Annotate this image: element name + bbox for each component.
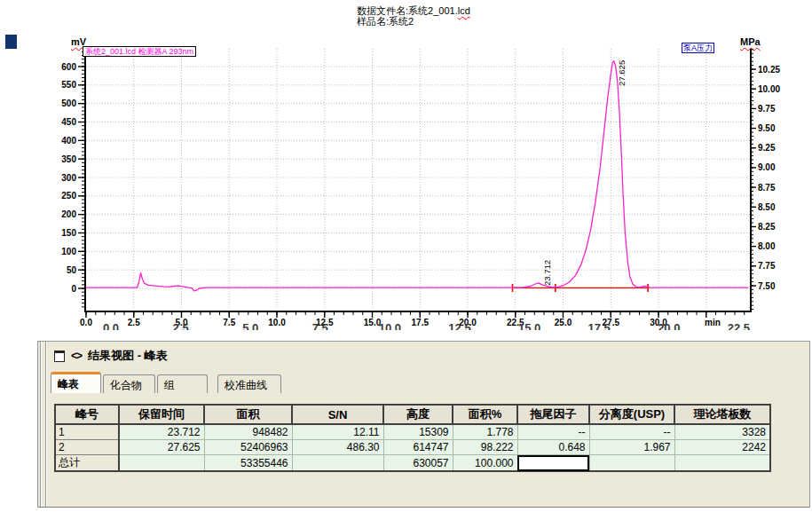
clipped-axis-label: 15.0 [518,321,540,330]
clipped-axis-label: 7.5 [312,321,328,330]
svg-text:200: 200 [61,209,76,219]
panel-splitter[interactable] [45,342,46,507]
table-cell[interactable]: 52406963 [204,440,292,455]
results-tab[interactable]: 校准曲线 [217,374,281,393]
table-cell[interactable]: 630057 [383,455,453,472]
svg-text:7.50: 7.50 [758,281,776,291]
clipped-axis-label: 2.5 [173,321,189,330]
table-cell[interactable]: 0.648 [517,440,589,455]
second-chart-axis-strip: 0.02.55.07.510.012.515.017.520.022.5 [0,321,812,330]
results-view-titlebar: <> 结果视图 - 峰表 [54,348,168,364]
svg-text:9.00: 9.00 [758,162,776,172]
table-cell[interactable] [119,455,204,472]
table-cell[interactable]: 1.967 [589,440,674,455]
column-header[interactable]: 高度 [383,405,453,424]
table-cell[interactable]: 486.30 [292,440,383,455]
table-cell[interactable]: -- [589,424,674,440]
table-cell[interactable]: 12.11 [292,424,383,440]
peak-table-container: 峰号保留时间面积S/N高度面积%拖尾因子分离度(USP)理论塔板数123.712… [54,404,771,472]
table-cell[interactable]: 948482 [204,424,292,440]
table-cell[interactable]: 98.222 [453,440,517,455]
svg-text:250: 250 [61,191,76,201]
svg-text:10.00: 10.00 [758,84,780,94]
table-cell[interactable]: 23.712 [119,424,204,440]
svg-text:9.75: 9.75 [758,104,776,114]
application-window: 数据文件名:系统2_001.lcd 样品名:系统2 mV MPa 0501001… [0,0,812,512]
svg-text:350: 350 [61,154,76,164]
results-tabs: 峰表化合物组校准曲线 [51,372,283,393]
svg-text:8.50: 8.50 [758,202,776,212]
table-cell[interactable]: 27.625 [119,440,204,455]
code-icon[interactable]: <> [71,350,82,362]
pump-pressure-label: 泵A压力 [682,43,714,53]
svg-text:150: 150 [61,228,76,238]
table-cell[interactable]: 100.000 [453,455,517,472]
results-tab[interactable]: 峰表 [51,372,101,393]
svg-text:450: 450 [61,117,76,127]
trace-legend-label[interactable]: 系统2_001.lcd 检测器A 293nm [83,46,196,57]
column-header[interactable]: 保留时间 [119,405,204,424]
svg-text:10.25: 10.25 [758,65,780,75]
svg-text:300: 300 [61,173,76,183]
svg-text:400: 400 [61,136,76,146]
table-cell[interactable]: 1.778 [453,424,517,440]
svg-text:100: 100 [61,247,76,256]
clipped-axis-label: 17.5 [588,321,611,330]
results-tab[interactable]: 化合物 [103,374,155,393]
peak-retention-label: 27.625 [617,60,627,86]
table-cell[interactable]: 15309 [383,424,453,440]
clipped-axis-label: 5.0 [242,321,258,330]
table-row: 总计53355446630057100.000 [55,455,770,472]
restore-window-icon[interactable] [54,351,65,362]
table-cell[interactable]: 614747 [383,440,453,455]
svg-text:0: 0 [71,284,76,294]
peak-retention-label: 23.712 [542,260,552,286]
panel-splitter[interactable] [40,342,41,507]
clipped-axis-label: 0.0 [103,321,119,330]
table-cell[interactable] [589,455,674,472]
clipped-axis-label: 20.0 [658,321,680,330]
results-tab[interactable]: 组 [157,374,208,393]
row-header[interactable]: 1 [55,424,119,440]
row-header[interactable]: 2 [55,440,119,455]
column-header[interactable]: 面积% [453,405,517,424]
clipped-axis-label: 10.0 [379,321,401,330]
table-cell[interactable]: 2242 [674,440,770,455]
svg-text:50: 50 [67,265,77,275]
svg-text:550: 550 [61,80,76,90]
row-header[interactable]: 总计 [55,455,119,472]
results-view-title: 结果视图 - 峰表 [88,348,168,364]
svg-text:600: 600 [61,62,76,72]
svg-text:8.00: 8.00 [758,241,776,251]
column-header[interactable]: S/N [292,405,383,424]
table-cell[interactable] [674,455,770,472]
column-header[interactable]: 理论塔板数 [674,405,770,424]
svg-text:8.25: 8.25 [758,222,776,232]
table-cell[interactable]: 53355446 [204,455,292,472]
table-cell[interactable] [292,455,383,472]
clipped-axis-label: 22.5 [728,321,750,330]
table-row: 123.71294848212.11153091.778----3328 [55,424,770,440]
column-header[interactable]: 面积 [204,405,292,424]
peak-table: 峰号保留时间面积S/N高度面积%拖尾因子分离度(USP)理论塔板数123.712… [54,404,771,472]
svg-text:500: 500 [61,98,76,108]
column-header[interactable]: 分离度(USP) [589,405,674,424]
clipped-axis-label: 12.5 [448,321,470,330]
svg-text:9.25: 9.25 [758,143,776,153]
svg-text:7.75: 7.75 [758,261,776,271]
table-row: 227.62552406963486.3061474798.2220.6481.… [55,440,770,455]
svg-text:9.50: 9.50 [758,123,776,133]
results-panel: <> 结果视图 - 峰表 峰表化合物组校准曲线 峰号保留时间面积S/N高度面积%… [37,341,810,508]
column-header[interactable]: 峰号 [55,405,119,424]
table-cell[interactable]: -- [517,424,589,440]
column-header[interactable]: 拖尾因子 [517,405,589,424]
selected-cell[interactable] [517,455,589,472]
table-cell[interactable]: 3328 [674,424,770,440]
svg-text:8.75: 8.75 [758,183,776,193]
